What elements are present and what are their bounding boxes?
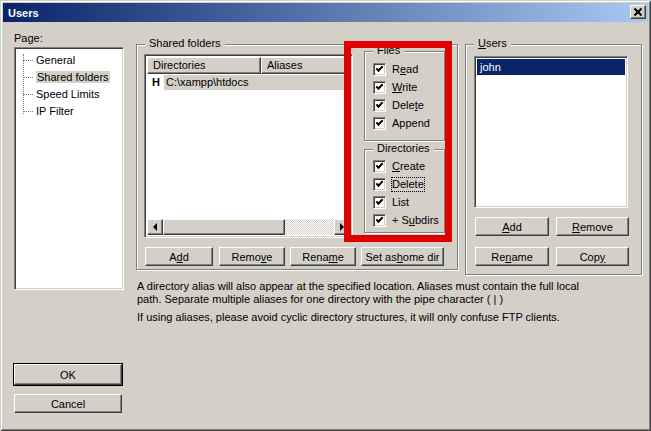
horizontal-scrollbar[interactable] [147, 219, 350, 235]
set-as-home-dir-button[interactable]: Set as home dir [361, 247, 444, 266]
alias-help-line1: A directory alias will also appear at th… [137, 280, 642, 293]
shared-add-button[interactable]: Add [145, 247, 213, 266]
page-list: General Shared folders Speed Limits IP F… [14, 47, 124, 290]
alias-help-text: A directory alias will also appear at th… [137, 280, 642, 324]
directories-list: Directories Aliases H C:\xampp\htdocs [144, 54, 353, 238]
shared-rename-button[interactable]: Rename [290, 247, 356, 266]
page-item-speed-limits[interactable]: Speed Limits [15, 86, 123, 103]
page-label: Page: [14, 32, 43, 44]
users-group: Users john Add Remove Rename Copy [465, 44, 642, 275]
page-item-ip-filter[interactable]: IP Filter [15, 103, 123, 120]
scroll-left-button[interactable] [147, 219, 163, 235]
window-title: Users [8, 7, 39, 19]
scroll-left-icon [149, 223, 157, 231]
column-header-aliases[interactable]: Aliases [261, 57, 350, 74]
scrollbar-thumb[interactable] [163, 219, 285, 235]
ok-button[interactable]: OK [14, 364, 122, 385]
home-flag: H [147, 76, 164, 88]
shared-folders-group-label: Shared folders [145, 37, 225, 50]
cancel-button[interactable]: Cancel [14, 394, 122, 413]
alias-help-line3: If using aliases, please avoid cyclic di… [137, 311, 642, 324]
page-item-shared-folders[interactable]: Shared folders [15, 69, 123, 86]
directory-path: C:\xampp\htdocs [164, 75, 350, 90]
close-button[interactable] [630, 5, 646, 19]
title-bar[interactable]: Users [3, 3, 648, 22]
shared-remove-button[interactable]: Remove [219, 247, 285, 266]
scrollbar-track[interactable] [285, 219, 334, 235]
user-row-john[interactable]: john [477, 59, 625, 75]
page-item-general[interactable]: General [15, 52, 123, 69]
close-icon [634, 8, 642, 16]
users-rename-button[interactable]: Rename [475, 247, 549, 266]
users-group-label: Users [474, 37, 511, 50]
users-copy-button[interactable]: Copy [556, 247, 629, 266]
users-dialog: Users Page: General Shared folders Speed… [0, 0, 651, 431]
users-add-button[interactable]: Add [475, 217, 549, 236]
directory-row[interactable]: H C:\xampp\htdocs [147, 74, 350, 90]
annotation-red-box [344, 41, 452, 242]
alias-help-line2: path. Separate multiple aliases for one … [137, 293, 642, 306]
column-header-directories[interactable]: Directories [147, 57, 261, 74]
users-list: john [474, 56, 628, 208]
users-remove-button[interactable]: Remove [556, 217, 629, 236]
